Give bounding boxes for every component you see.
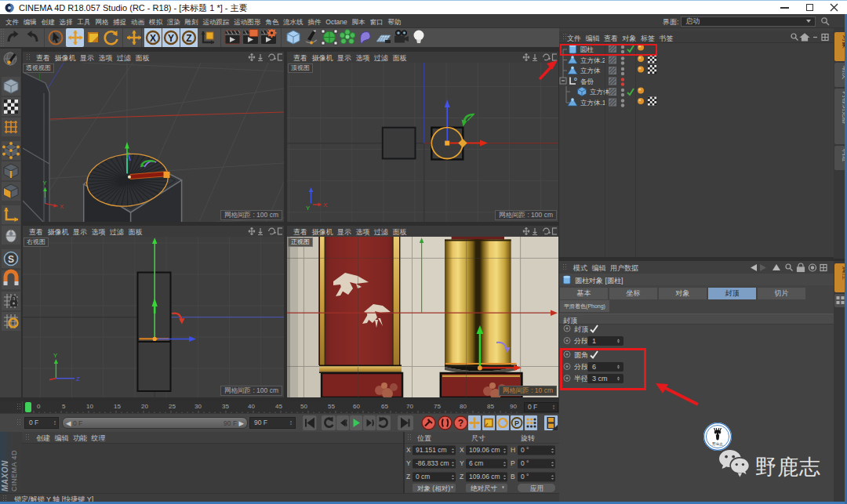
svg-text:90: 90 <box>510 403 517 410</box>
svg-text:109.06 cm: 109.06 cm <box>469 446 500 454</box>
svg-text:X: X <box>406 446 411 454</box>
svg-text:立方体.2: 立方体.2 <box>580 56 606 64</box>
svg-text:Y: Y <box>168 33 174 44</box>
svg-text:60: 60 <box>353 403 360 410</box>
svg-text:45: 45 <box>275 403 282 410</box>
svg-text:20: 20 <box>141 403 148 410</box>
svg-text:P: P <box>514 419 519 427</box>
svg-text:25: 25 <box>169 403 176 410</box>
svg-text:30: 30 <box>194 403 202 410</box>
svg-text:Z: Z <box>406 473 410 480</box>
svg-text:65: 65 <box>381 403 388 410</box>
svg-text:40: 40 <box>248 403 255 410</box>
svg-text:Y: Y <box>406 459 411 467</box>
svg-text:?: ? <box>458 418 463 429</box>
svg-text:S: S <box>8 254 14 265</box>
svg-text:X: X <box>150 33 156 44</box>
svg-text:Y: Y <box>306 205 311 212</box>
svg-text:Z: Z <box>186 33 191 44</box>
svg-text:绝对尺寸: 绝对尺寸 <box>471 484 498 492</box>
svg-text:35: 35 <box>222 403 229 410</box>
svg-text:Y: Y <box>53 352 58 359</box>
svg-text:o: o <box>574 76 577 82</box>
svg-text:0 °: 0 ° <box>521 459 529 467</box>
svg-text:10: 10 <box>86 403 93 410</box>
svg-text:分段: 分段 <box>574 337 588 345</box>
svg-text:X: X <box>460 446 464 454</box>
svg-text:0 °: 0 ° <box>521 446 529 454</box>
svg-text:80: 80 <box>460 403 467 410</box>
svg-text:0 °: 0 ° <box>521 473 529 480</box>
svg-text:应用: 应用 <box>530 484 543 492</box>
svg-text:Z: Z <box>76 375 80 383</box>
svg-text:6 cm: 6 cm <box>469 459 483 467</box>
svg-text:0 cm: 0 cm <box>416 473 430 480</box>
svg-text:15: 15 <box>114 403 121 410</box>
svg-text:立方体: 立方体 <box>590 88 610 96</box>
svg-text:0: 0 <box>37 403 41 410</box>
svg-text:备份: 备份 <box>580 78 594 85</box>
svg-text:P: P <box>511 459 515 467</box>
svg-text:野鹿志: 野鹿志 <box>712 442 723 446</box>
svg-text:Z: Z <box>460 473 463 480</box>
svg-text:Y: Y <box>460 459 464 467</box>
svg-text:B: B <box>511 473 515 480</box>
svg-text:85: 85 <box>487 403 494 410</box>
svg-text:5: 5 <box>62 403 66 410</box>
svg-text:H: H <box>511 446 515 454</box>
svg-text:Y: Y <box>43 179 47 187</box>
svg-text:-86.833 cm: -86.833 cm <box>416 459 449 467</box>
svg-text:封顶: 封顶 <box>574 325 588 333</box>
svg-text:50: 50 <box>300 403 307 410</box>
svg-text:70: 70 <box>406 403 413 410</box>
svg-text:109.06 cm: 109.06 cm <box>469 473 500 480</box>
svg-text:X: X <box>323 201 328 208</box>
svg-text:91.151 cm: 91.151 cm <box>416 446 447 454</box>
svg-text:75: 75 <box>434 403 441 410</box>
svg-text:X: X <box>60 203 64 210</box>
svg-text:立方体: 立方体 <box>580 67 601 74</box>
svg-text:1: 1 <box>592 337 596 345</box>
svg-text:对象 (相对): 对象 (相对) <box>417 484 450 492</box>
svg-text:立方体.1: 立方体.1 <box>580 99 606 107</box>
svg-text:55: 55 <box>328 403 335 410</box>
